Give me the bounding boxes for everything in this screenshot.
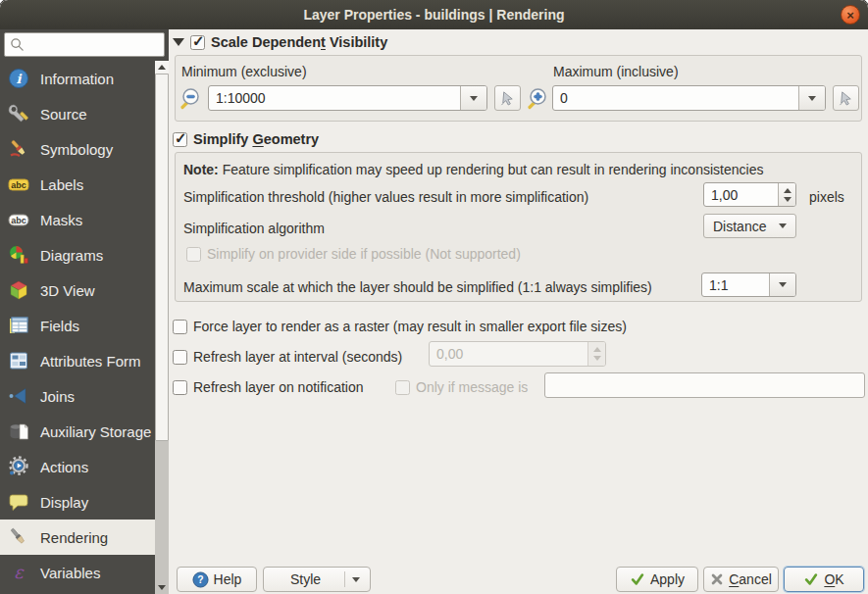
minimum-scale-input[interactable] [209,86,460,110]
rendering-icon [8,526,29,548]
titlebar[interactable]: Layer Properties - buildings | Rendering… [0,0,868,29]
only-if-message-row: Only if message is [395,379,528,395]
style-button[interactable]: Style [263,567,371,592]
simplify-groupbox: Note: Feature simplification may speed u… [175,152,862,302]
sidebar: i Information Source Symbology abc Label… [0,29,169,594]
sidebar-item-source[interactable]: Source [0,96,155,131]
sidebar-item-rendering[interactable]: Rendering [0,520,155,555]
apply-check-icon [630,571,645,587]
sidebar-item-fields[interactable]: Fields [0,308,155,343]
rendering-page: Scale Dependent Visibility Minimum (excl… [169,29,868,594]
algorithm-dropdown[interactable]: Distance [703,214,796,238]
refresh-notification-checkbox[interactable] [173,380,187,395]
svg-text:?: ? [197,574,203,585]
apply-button[interactable]: Apply [616,567,698,592]
scrollbar-thumb[interactable] [155,74,169,441]
force-raster-checkbox[interactable] [173,320,187,334]
sidebar-search-input[interactable] [28,36,159,53]
maximum-scale-dropdown-button[interactable] [798,86,825,110]
set-max-to-current-scale-button[interactable] [833,85,859,111]
scrollbar-down-button[interactable] [155,581,169,594]
sidebar-item-3d-view[interactable]: 3D View [0,272,155,308]
sidebar-searchbox[interactable] [4,32,165,57]
maximum-scale-input[interactable] [553,86,798,110]
cancel-button[interactable]: Cancel [703,567,779,592]
scale-visibility-checkbox[interactable] [190,35,205,50]
spin-down-icon [784,197,791,202]
sidebar-item-label: Joins [40,388,75,405]
sidebar-item-label: Variables [40,565,100,581]
sidebar-item-label: Auxiliary Storage [40,423,151,440]
threshold-spinbox[interactable] [703,182,796,207]
3d-view-icon [8,279,29,301]
sidebar-item-display[interactable]: Display [0,484,155,520]
sidebar-nav: i Information Source Symbology abc Label… [0,61,155,594]
sidebar-item-information[interactable]: i Information [0,61,155,96]
notification-message-input [545,373,864,397]
chevron-down-icon [779,223,787,228]
spin-up-icon [593,347,601,352]
max-simplify-scale-dropdown-button[interactable] [769,273,795,296]
svg-text:ε: ε [14,562,25,582]
search-icon [10,37,25,52]
source-icon [8,103,29,124]
threshold-spin-buttons[interactable] [778,183,795,206]
refresh-interval-checkbox[interactable] [173,350,187,365]
sidebar-item-label: Display [40,494,88,511]
minimum-scale-dropdown-button[interactable] [460,86,486,110]
actions-icon [8,456,29,477]
algorithm-value: Distance [713,219,766,234]
scrollbar-up-button[interactable] [155,61,169,74]
threshold-label: Simplification threshold (higher values … [183,189,588,205]
triangle-down-icon [158,585,166,590]
sidebar-item-auxiliary-storage[interactable]: Auxiliary Storage [0,414,155,449]
provider-simplify-row: Simplify on provider side if possible (N… [186,246,521,262]
chevron-down-icon [808,96,816,101]
set-min-to-current-scale-button[interactable] [494,85,521,111]
spin-down-icon [593,356,601,361]
sidebar-item-label: Masks [40,212,82,228]
sidebar-item-symbology[interactable]: Symbology [0,131,155,167]
svg-text:abc: abc [11,180,26,190]
simplify-section-header: Simplify Geometry [173,131,319,147]
threshold-input[interactable] [704,183,778,206]
masks-icon: abc [8,209,29,230]
ok-button[interactable]: OK [784,567,864,592]
sidebar-item-label: Attributes Form [40,353,141,370]
sidebar-item-label: Labels [40,176,83,193]
map-cursor-icon [499,90,516,107]
maximum-scale-combo[interactable] [552,85,826,111]
refresh-interval-input [430,342,587,366]
close-button[interactable]: × [841,5,860,25]
zoom-in-icon [525,86,550,112]
scale-section-header: Scale Dependent Visibility [173,34,387,50]
sidebar-item-diagrams[interactable]: Diagrams [0,237,155,272]
minimum-scale-combo[interactable] [208,85,487,111]
chevron-down-icon [352,577,360,582]
sidebar-scrollbar[interactable] [155,61,169,594]
sidebar-item-label: Source [40,106,87,123]
fields-icon [8,315,29,336]
max-simplify-scale-input[interactable] [702,273,769,296]
max-simplify-scale-combo[interactable] [701,272,796,297]
sidebar-item-masks[interactable]: abc Masks [0,202,155,237]
sidebar-item-variables[interactable]: ε Variables [0,555,155,590]
sidebar-item-label: Diagrams [40,247,103,264]
window-title: Layer Properties - buildings | Rendering [303,7,564,23]
simplify-geometry-checkbox[interactable] [173,132,187,147]
collapse-triangle-icon[interactable] [173,38,184,46]
threshold-unit-label: pixels [809,189,844,205]
sidebar-item-actions[interactable]: Actions [0,449,155,484]
attributes-form-icon [8,350,29,371]
info-icon: i [8,68,29,89]
simplify-note: Note: Feature simplification may speed u… [183,162,763,177]
scale-section-title: Scale Dependent Visibility [211,34,387,50]
sidebar-item-joins[interactable]: Joins [0,378,155,414]
refresh-interval-label: Refresh layer at interval (seconds) [193,349,402,365]
help-button[interactable]: ? Help [177,567,257,592]
max-simplify-scale-label: Maximum scale at which the layer should … [183,279,652,295]
sidebar-item-labels[interactable]: abc Labels [0,167,155,202]
sidebar-item-attributes-form[interactable]: Attributes Form [0,343,155,378]
refresh-notification-row: Refresh layer on notification [173,379,364,395]
cancel-x-icon [710,572,724,586]
